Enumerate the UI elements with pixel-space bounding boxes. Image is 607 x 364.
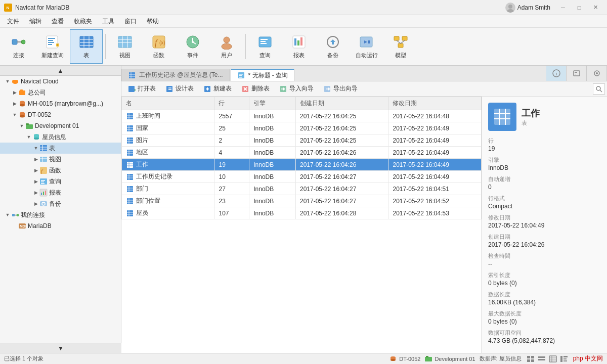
btn-import-wizard[interactable]: 导入向导 [275, 82, 318, 95]
search-button[interactable] [593, 83, 605, 95]
right-tab-preview[interactable] [587, 66, 607, 81]
right-tab-info[interactable]: i [546, 66, 567, 81]
btn-export-wizard[interactable]: 导出向导 [319, 82, 362, 95]
sidebar-item-my-connections[interactable]: ▼ 我的连接 [0, 209, 121, 220]
menubar: 文件 编辑 查看 收藏夹 工具 窗口 帮助 [0, 15, 607, 28]
tree-arrow-functions: ▶ [32, 167, 39, 174]
btn-open-table[interactable]: 打开表 [123, 82, 160, 95]
sidebar-item-navicat-cloud[interactable]: ▼ Navicat Cloud [0, 76, 121, 87]
sidebar-item-dt0052[interactable]: ▼ DT-0052 [0, 109, 121, 120]
table-row[interactable]: 工作19InnoDB2017-05-22 16:04:262017-05-22 … [122, 159, 482, 171]
btn-delete-table[interactable]: 删除表 [237, 82, 274, 95]
toolbar-function[interactable]: f (x) 函数 [142, 29, 175, 64]
toolbar-table[interactable]: 表 [70, 29, 103, 64]
table-row[interactable]: 部门位置23InnoDB2017-05-22 16:04:272017-05-2… [122, 195, 482, 207]
statusbar-icon-list[interactable] [537, 354, 547, 363]
statusbar-dev: Development 01 [424, 355, 475, 363]
toolbar-report[interactable]: 报表 [282, 29, 315, 64]
col-header-name[interactable]: 名 [122, 97, 214, 110]
menu-help[interactable]: 帮助 [142, 16, 164, 27]
statusbar-icon-detail[interactable] [559, 354, 569, 363]
sidebar-item-mh0015[interactable]: ▶ MH-0015 (marybrown@g...) [0, 98, 121, 109]
svg-rect-76 [41, 181, 44, 183]
svg-rect-80 [43, 192, 44, 195]
toolbar-query[interactable]: 查询 [248, 29, 281, 64]
php-badge: php 中文网 [573, 354, 603, 363]
table-row[interactable]: 屋员107InnoDB2017-05-22 16:04:282017-05-22… [122, 207, 482, 219]
info-field-value: Compact [488, 203, 601, 210]
col-header-engine[interactable]: 引擎 [249, 97, 296, 110]
statusbar-icon-grid[interactable] [526, 354, 536, 363]
menu-edit[interactable]: 编辑 [24, 16, 47, 27]
cell-created: 2017-05-22 16:04:25 [296, 122, 388, 134]
svg-rect-102 [575, 74, 576, 74]
statusbar-schema: 数据库: 屋员信息 [480, 355, 522, 362]
menu-view[interactable]: 查看 [47, 16, 69, 27]
right-tab-ddl[interactable] [567, 66, 587, 81]
toolbar-connect[interactable]: 连接 [2, 29, 35, 64]
tab-query[interactable]: * 无标题 - 查询 [231, 69, 295, 81]
row-table-icon [126, 112, 134, 120]
sidebar-scroll-down[interactable]: ▼ [0, 343, 121, 353]
sidebar-item-views[interactable]: ▶ 视图 [0, 154, 121, 165]
info-field-label: 行 [488, 137, 601, 145]
cell-engine: InnoDB [249, 134, 296, 147]
toolbar-new-query[interactable]: 新建查询 [36, 29, 69, 64]
sidebar-item-dev01[interactable]: ▼ Development 01 [0, 120, 121, 131]
tab-query-label: * 无标题 - 查询 [248, 71, 288, 80]
col-header-created[interactable]: 创建日期 [296, 97, 388, 110]
statusbar-icon-table[interactable] [548, 354, 558, 363]
sidebar-label-functions: 函数 [49, 166, 61, 175]
menu-favorites[interactable]: 收藏夹 [69, 16, 97, 27]
sidebar-item-reports[interactable]: ▶ 报表 [0, 187, 121, 198]
col-header-rows[interactable]: 行 [214, 97, 249, 110]
menu-tools[interactable]: 工具 [97, 16, 119, 27]
toolbar-model[interactable]: 模型 [384, 29, 417, 64]
tab-history[interactable]: 工作历史记录 @屋员信息 (Te... [121, 69, 230, 81]
toolbar-table-label: 表 [83, 52, 89, 59]
table-row[interactable]: 工作历史记录10InnoDB2017-05-22 16:04:272017-05… [122, 171, 482, 183]
titlebar-left: N Navicat for MariaDB [4, 4, 69, 12]
username: Adam Smith [517, 4, 550, 11]
data-table-wrapper[interactable]: 名 行 引擎 创建日期 修改日期 上班时间2557InnoDB2017-05-2… [121, 97, 482, 353]
svg-rect-152 [127, 198, 133, 204]
col-header-modified[interactable]: 修改日期 [388, 97, 482, 110]
sidebar-item-tables[interactable]: ▼ 表 [0, 143, 121, 154]
minimize-button[interactable]: ─ [555, 3, 571, 13]
sidebar-item-queries[interactable]: ▶ 查询 [0, 176, 121, 187]
sidebar-item-backups[interactable]: ▶ 备份 [0, 198, 121, 209]
toolbar-autorun[interactable]: 自动运行 [350, 29, 383, 64]
svg-line-48 [401, 40, 405, 43]
btn-new-table[interactable]: 新建表 [199, 82, 236, 95]
statusbar-db-name: DT-0052 [399, 356, 420, 362]
sidebar-scroll-up[interactable]: ▲ [0, 66, 121, 76]
cell-created: 2017-05-22 16:04:28 [296, 207, 388, 219]
menu-window[interactable]: 窗口 [119, 16, 142, 27]
cell-created: 2017-05-22 16:04:25 [296, 110, 388, 122]
close-button[interactable]: ✕ [588, 3, 603, 13]
menu-file[interactable]: 文件 [2, 16, 24, 27]
svg-rect-13 [57, 44, 58, 46]
toolbar-event[interactable]: 事件 [176, 29, 209, 64]
maximize-button[interactable]: □ [572, 3, 587, 13]
sidebar-item-employees[interactable]: ▼ 屋员信息 [0, 131, 121, 143]
sidebar-item-mariadb[interactable]: MDB MariaDB [0, 220, 121, 232]
sidebar-item-functions[interactable]: ▶ f 函数 [0, 165, 121, 176]
data-table: 名 行 引擎 创建日期 修改日期 上班时间2557InnoDB2017-05-2… [121, 97, 482, 219]
svg-line-47 [397, 40, 401, 43]
table-row[interactable]: 地区4InnoDB2017-05-22 16:04:262017-05-22 1… [122, 147, 482, 159]
main-tabs: 工作历史记录 @屋员信息 (Te... * 无标题 - 查询 [121, 67, 546, 81]
cell-name: 地区 [122, 147, 214, 159]
toolbar-user[interactable]: 用户 [210, 29, 243, 64]
toolbar-backup[interactable]: 备份 [316, 29, 349, 64]
table-row[interactable]: 部门27InnoDB2017-05-22 16:04:272017-05-22 … [122, 183, 482, 195]
toolbar-view[interactable]: 视图 [108, 29, 141, 64]
btn-design-table[interactable]: 设计表 [161, 82, 198, 95]
table-row[interactable]: 上班时间2557InnoDB2017-05-22 16:04:252017-05… [122, 110, 482, 122]
svg-rect-37 [261, 43, 267, 44]
table-row[interactable]: 国家25InnoDB2017-05-22 16:04:252017-05-22 … [122, 122, 482, 134]
sidebar-item-general-company[interactable]: ▶ 总公司 [0, 87, 121, 98]
table-and-panel: 名 行 引擎 创建日期 修改日期 上班时间2557InnoDB2017-05-2… [121, 97, 607, 353]
info-field-value: 16.00KB (16,384) [488, 299, 601, 306]
table-row[interactable]: 图片2InnoDB2017-05-22 16:04:252017-05-22 1… [122, 134, 482, 147]
